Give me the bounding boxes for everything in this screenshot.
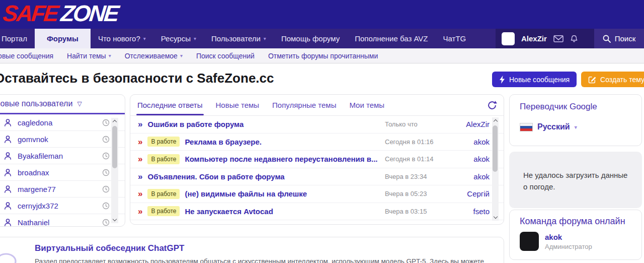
thread-title-link[interactable]: Ошибки в работе форума (147, 120, 380, 128)
double-chevron-icon: » (138, 120, 142, 128)
double-chevron-icon: » (138, 138, 142, 146)
user-account-area: AlexZir (496, 29, 594, 48)
main-nav: Портал Форумы Что нового?▾ Ресурсы▾ Поль… (0, 29, 644, 48)
subnav-search-posts[interactable]: Поиск сообщений (196, 52, 255, 60)
list-item: broadnax (0, 164, 125, 181)
chatgpt-section-description: Раздел предоставляет возможность пользов… (35, 257, 500, 263)
thread-last-poster[interactable]: akok (449, 172, 490, 181)
team-widget-title: Команда форума онлайн (510, 210, 641, 227)
nav-item-avz-bases[interactable]: Пополнение баз AVZ (347, 29, 435, 48)
logo-zone: ZONE (59, 1, 119, 26)
tab-new-threads[interactable]: Новые темы (216, 95, 260, 115)
user-name[interactable]: AlexZir (521, 34, 547, 43)
russian-flag-icon (520, 123, 533, 132)
thread-last-poster[interactable]: akok (449, 138, 490, 146)
username-link[interactable]: broadnax (18, 168, 49, 177)
thread-title-link[interactable]: Объявления. Сбои в работе форума (147, 172, 380, 181)
notifications-bell-icon[interactable] (570, 35, 578, 43)
clock-icon (102, 202, 110, 210)
search-button[interactable]: Поиск (594, 29, 644, 48)
username-link[interactable]: akok (545, 233, 562, 241)
nav-item-resources[interactable]: Ресурсы▾ (153, 29, 204, 48)
tab-popular-threads[interactable]: Популярные темы (272, 95, 336, 115)
clock-icon (102, 185, 110, 193)
new-users-title: Новые пользователи (0, 99, 72, 108)
thread-last-poster[interactable]: akok (449, 155, 490, 163)
table-row: » В работе Не запускается Avtocad Вчера … (130, 203, 504, 221)
thread-title-link[interactable]: Не запускается Avtocad (185, 207, 380, 216)
page-title: Оставайтесь в безопасности с SafeZone.cc (0, 71, 274, 86)
user-icon (4, 152, 12, 160)
subnav-label: Отслеживаемое (125, 52, 178, 60)
scroll-up-arrow[interactable] (492, 117, 499, 124)
username-link[interactable]: gomvnok (18, 135, 48, 144)
user-icon (4, 202, 12, 210)
scrollbar-thumb[interactable] (112, 126, 117, 168)
thread-last-poster[interactable]: AlexZir (449, 120, 490, 128)
nav-label: Что нового? (98, 34, 140, 43)
create-topic-button[interactable]: Создать тему... (581, 72, 644, 87)
chevron-down-icon: ▾ (194, 36, 196, 41)
scrollbar-thumb[interactable] (493, 125, 498, 172)
nav-item-forum-help[interactable]: Помощь форуму (274, 29, 347, 48)
subnav-label: Найти темы (67, 52, 106, 60)
chevron-down-icon: ▾ (264, 36, 266, 41)
safezone-logo[interactable]: SAFEZONE (2, 0, 119, 28)
page-actions: Новые сообщения Создать тему... (492, 72, 644, 87)
nav-item-whats-new[interactable]: Что нового?▾ (91, 29, 153, 48)
new-users-widget: Новые пользователи ▽ cagledona gomvnok B… (0, 94, 125, 227)
nav-item-users[interactable]: Пользователи▾ (204, 29, 274, 48)
avatar[interactable] (502, 32, 515, 45)
new-users-header[interactable]: Новые пользователи ▽ (0, 95, 125, 114)
chevron-down-icon: ▽ (77, 100, 82, 107)
chatgpt-section-title[interactable]: Виртуальный собеседник ChatGPT (35, 243, 184, 253)
thread-title-link[interactable]: Компьютер после недавнего переустановлен… (185, 155, 380, 163)
mail-icon[interactable] (553, 35, 564, 43)
google-translate-widget: Переводчик Google Русский ▾ (509, 94, 642, 146)
list-item: cernyjdx372 (0, 198, 125, 214)
list-item: gomvnok (0, 131, 125, 148)
scroll-down-arrow[interactable] (492, 214, 499, 221)
search-label: Поиск (615, 34, 636, 43)
refresh-icon[interactable] (487, 100, 497, 110)
tab-my-threads[interactable]: Мои темы (349, 95, 384, 115)
scroll-up-arrow[interactable] (111, 118, 118, 125)
status-badge: В работе (147, 137, 180, 147)
username-link[interactable]: cernyjdx372 (18, 202, 58, 210)
tab-latest-replies[interactable]: Последние ответы (137, 95, 203, 115)
avatar[interactable] (520, 232, 539, 251)
thread-last-poster[interactable]: Сергій (449, 189, 490, 198)
user-icon (4, 168, 12, 177)
new-users-list: cagledona gomvnok Byakafileman broadnax (0, 114, 125, 227)
clock-icon (102, 119, 110, 126)
clock-icon (102, 152, 110, 160)
nav-item-forums[interactable]: Форумы (35, 29, 91, 48)
language-selector[interactable]: Русский ▾ (510, 112, 641, 132)
username-link[interactable]: Byakafileman (18, 152, 63, 160)
username-link[interactable]: margene77 (18, 185, 56, 193)
table-row: » Ошибки в работе форума Только что Alex… (130, 116, 504, 134)
language-label: Русский (537, 122, 570, 132)
thread-title-link[interactable]: (не) видимые файлы на флешке (185, 189, 380, 198)
user-icon (4, 218, 12, 227)
nav-item-chat-tg[interactable]: ЧатTG (436, 29, 474, 48)
new-messages-button[interactable]: Новые сообщения (492, 72, 577, 87)
forum-team-widget: Команда форума онлайн akok Администратор (509, 210, 642, 260)
site-header: SAFEZONE (0, 0, 644, 29)
double-chevron-icon: » (138, 172, 142, 181)
subnav-mark-forums-read[interactable]: Отметить форумы прочитанными (268, 52, 378, 60)
scroll-down-arrow[interactable] (111, 216, 118, 223)
scrollbar[interactable] (111, 118, 118, 223)
thread-title-link[interactable]: Реклама в браузере. (185, 138, 380, 146)
thread-last-poster[interactable]: fseto (449, 207, 490, 216)
subnav-watched[interactable]: Отслеживаемое▾ (125, 52, 183, 60)
chevron-down-icon: ▾ (109, 53, 111, 58)
username-link[interactable]: cagledona (18, 118, 52, 127)
nav-item-portal[interactable]: Портал (0, 29, 35, 48)
scrollbar[interactable] (492, 117, 499, 221)
subnav-find-threads[interactable]: Найти темы▾ (67, 52, 111, 60)
forum-subnav: Новые сообщения Найти темы▾ Отслеживаемо… (0, 48, 644, 63)
subnav-new-posts[interactable]: Новые сообщения (0, 52, 53, 60)
safezone-forum-page: SAFEZONE Портал Форумы Что нового?▾ Ресу… (0, 0, 644, 263)
username-link[interactable]: Nathaniel (18, 218, 49, 227)
